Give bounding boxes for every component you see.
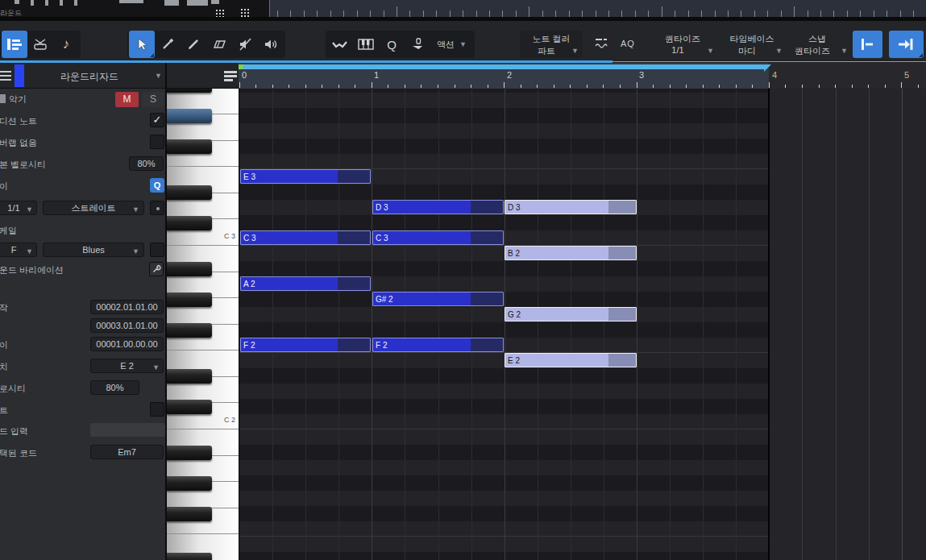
arrange-tick <box>621 10 622 17</box>
score-view-button[interactable]: ♪ <box>53 31 79 58</box>
arrange-tick <box>569 10 570 17</box>
listen-tool-button[interactable] <box>258 31 284 58</box>
ruler-tick <box>388 85 388 88</box>
midi-note[interactable]: E 2 <box>505 353 637 367</box>
aq-toggle[interactable]: AQ <box>621 39 635 48</box>
bar-number: 0 <box>242 70 247 80</box>
part-title[interactable]: 라운드리자드 <box>29 70 150 84</box>
ui-fragment <box>211 0 219 4</box>
arrange-tick <box>754 10 755 17</box>
beat-line <box>604 89 604 560</box>
arrange-tick <box>542 10 543 17</box>
loop-range-bar[interactable] <box>239 64 764 69</box>
ruler-tick <box>421 85 421 88</box>
midi-note[interactable]: B 2 <box>505 246 637 260</box>
ui-fragment <box>164 0 179 6</box>
ruler-tick <box>653 85 654 88</box>
ui-fragment <box>74 0 77 6</box>
midi-note[interactable]: G# 2 <box>372 292 504 306</box>
timebase-value: 마디 <box>720 45 774 57</box>
ruler-tick <box>488 85 488 88</box>
chevron-down-icon: ▼ <box>775 47 783 55</box>
midi-note[interactable]: G 2 <box>505 307 637 321</box>
midi-note[interactable]: D 3 <box>505 200 637 214</box>
arrange-tick <box>357 10 358 17</box>
piano-roll-icon <box>7 39 22 50</box>
arrange-tick <box>767 10 768 17</box>
eraser-tool-button[interactable] <box>206 31 232 58</box>
arrange-tick <box>847 10 848 17</box>
timeline-ruler[interactable]: 012345 <box>239 63 926 89</box>
beat-line <box>305 89 306 560</box>
autoscroll-button[interactable] <box>889 31 924 58</box>
ruler-tick <box>670 85 671 88</box>
ruler-tick <box>521 85 521 88</box>
ui-fragment <box>119 0 143 3</box>
midi-note[interactable]: F 2 <box>240 338 371 352</box>
arrange-tick <box>397 6 397 17</box>
ruler-tick <box>686 85 687 88</box>
midi-note[interactable]: C 3 <box>372 230 504 245</box>
dot <box>222 10 224 11</box>
mute-tool-button[interactable] <box>232 31 258 58</box>
action-dropdown[interactable]: 액션 ▼ <box>430 31 473 58</box>
macros-button[interactable] <box>405 31 430 58</box>
track-list-icon[interactable] <box>224 70 237 81</box>
action-label: 액션 <box>437 39 455 51</box>
arrange-tick <box>913 10 914 17</box>
ruler-tick <box>703 85 704 88</box>
view-switch-group: ♪ <box>0 31 81 58</box>
bar-line <box>637 89 637 560</box>
ruler-tick <box>405 85 405 88</box>
ruler-tick <box>338 85 339 88</box>
note-release-tail <box>608 201 636 214</box>
button-dropdown-corner <box>919 53 923 57</box>
note-release-tail <box>608 354 636 367</box>
keyboard-panel-button[interactable] <box>353 31 379 58</box>
quantize-strength-button[interactable] <box>593 35 611 53</box>
keyboard-icon <box>358 39 374 50</box>
hamburger-menu-icon[interactable] <box>0 70 11 81</box>
drum-view-button[interactable] <box>27 31 53 58</box>
arrange-ruler[interactable] <box>270 0 926 17</box>
quantize-button[interactable]: Q <box>379 31 405 58</box>
ruler-tick <box>868 85 869 88</box>
note-color-value: 파트 <box>520 45 573 57</box>
arrange-tick <box>516 10 517 17</box>
grid-out-of-part-bg <box>769 89 926 560</box>
snap-dropdown[interactable]: 스냅 퀀타이즈 ▼ <box>785 31 849 58</box>
arrange-tick <box>608 10 609 17</box>
pencil-tool-button[interactable] <box>181 31 206 58</box>
snap-toggle-button[interactable] <box>853 31 882 58</box>
note-label: G 2 <box>508 308 521 321</box>
arrange-tick <box>794 6 795 17</box>
note-label: C 3 <box>243 231 256 245</box>
timebase-dropdown[interactable]: 타임베이스 마디 ▼ <box>720 31 784 58</box>
midi-note[interactable]: A 2 <box>240 276 371 291</box>
chevron-down-icon[interactable]: ▼ <box>155 72 162 80</box>
note-grid[interactable]: E 3D 3D 3C 3C 3B 2A 2G# 2G 2F 2F 2E 2 <box>0 89 926 560</box>
note-label: E 3 <box>243 170 255 184</box>
velocity-curve-button[interactable] <box>327 31 353 58</box>
arrow-tool-button[interactable] <box>129 31 155 58</box>
tool-dropdown-corner <box>150 53 154 57</box>
midi-note[interactable]: E 3 <box>240 169 371 184</box>
note-release-tail <box>338 170 370 183</box>
midi-note[interactable]: D 3 <box>372 200 504 214</box>
ruler-tick <box>885 85 886 88</box>
arrange-tick <box>741 10 741 17</box>
bar-number: 4 <box>772 70 777 80</box>
piano-roll-editor-window: 라운드리자드 ♪ <box>0 0 926 560</box>
quantize-value-dropdown[interactable]: 퀀타이즈 1/1 ▼ <box>650 31 716 58</box>
loop-range-end[interactable] <box>764 64 771 72</box>
arrange-tick <box>900 10 901 17</box>
arrange-tick <box>675 10 675 17</box>
beat-line <box>471 89 472 560</box>
midi-note[interactable]: F 2 <box>372 338 504 352</box>
ruler-tick <box>769 82 770 88</box>
paint-tool-button[interactable] <box>155 31 181 58</box>
midi-note[interactable]: C 3 <box>240 230 371 245</box>
note-color-dropdown[interactable]: 노트 컬러 파트 ▼ <box>520 31 583 58</box>
ruler-tick <box>752 85 753 88</box>
piano-view-button[interactable] <box>2 31 27 58</box>
